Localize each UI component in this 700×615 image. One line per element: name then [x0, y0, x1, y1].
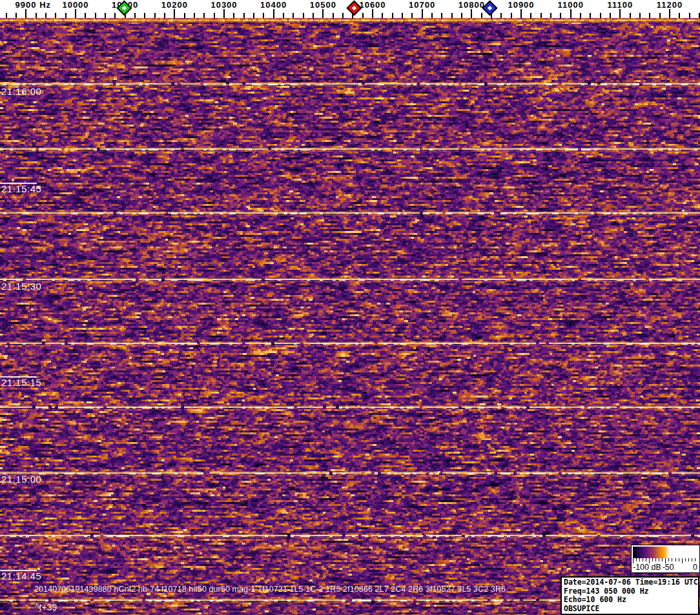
- freq-minor-tick: [184, 13, 185, 18]
- freq-major-tick: [471, 9, 472, 18]
- time-label: 21:16:00: [1, 86, 41, 97]
- freq-minor-tick: [283, 13, 284, 18]
- freq-minor-tick: [243, 13, 245, 18]
- freq-label: 11100: [607, 0, 633, 10]
- freq-minor-tick: [144, 13, 145, 18]
- freq-minor-tick: [154, 13, 156, 18]
- freq-minor-tick: [402, 13, 403, 18]
- freq-major-tick: [174, 9, 175, 18]
- detection-annotation: 20140706191439880 hCnt2 nb-74 f10718 hit…: [34, 585, 506, 594]
- freq-label: 10200: [161, 0, 188, 10]
- freq-minor-tick: [649, 13, 650, 18]
- colorbar-label-max: 0: [693, 563, 697, 572]
- freq-label: 10000: [62, 0, 88, 10]
- freq-minor-tick: [451, 13, 453, 18]
- freq-minor-tick: [362, 13, 364, 18]
- observation-info-box: Date=2014-07-06 Time=19:16 UTC Freq=143 …: [561, 576, 699, 615]
- freq-minor-tick: [500, 13, 502, 18]
- colorbar: -100 dB -50 0: [631, 545, 700, 573]
- freq-minor-tick: [36, 13, 37, 18]
- time-label: 21:15:30: [1, 281, 41, 292]
- freq-minor-tick: [540, 13, 542, 18]
- freq-minor-tick: [382, 13, 383, 18]
- freq-major-tick: [422, 9, 423, 18]
- freq-minor-tick: [659, 13, 661, 18]
- info-station-line: OBSUPICE: [564, 605, 696, 614]
- freq-label: 10900: [508, 0, 534, 10]
- freq-minor-tick: [313, 13, 314, 18]
- freq-label: 10700: [409, 0, 435, 10]
- freq-minor-tick: [114, 13, 116, 18]
- freq-minor-tick: [263, 13, 264, 18]
- colorbar-gradient: [633, 547, 698, 558]
- freq-minor-tick: [65, 13, 67, 18]
- freq-minor-tick: [461, 13, 462, 18]
- spectrogram-waterfall-canvas: [0, 18, 700, 615]
- freq-minor-tick: [105, 13, 106, 18]
- freq-label: 11200: [657, 0, 683, 10]
- frequency-axis: 9900 Hz100001010010200103001040010500106…: [0, 0, 700, 18]
- freq-minor-tick: [95, 13, 96, 18]
- freq-label: 10400: [260, 0, 287, 10]
- freq-minor-tick: [214, 13, 215, 18]
- freq-major-tick: [619, 9, 621, 18]
- freq-minor-tick: [679, 13, 680, 18]
- freq-minor-tick: [550, 13, 551, 18]
- freq-major-tick: [669, 9, 670, 18]
- colorbar-label-min: -100 dB: [633, 563, 661, 572]
- freq-label: 9900 Hz: [15, 0, 51, 10]
- freq-major-tick: [372, 9, 373, 18]
- marker-center-dot: [122, 6, 127, 10]
- freq-minor-tick: [303, 13, 304, 18]
- freq-major-tick: [520, 9, 522, 18]
- freq-minor-tick: [85, 13, 86, 18]
- freq-minor-tick: [639, 13, 641, 18]
- freq-major-tick: [223, 9, 225, 18]
- freq-minor-tick: [481, 13, 482, 18]
- freq-minor-tick: [6, 13, 7, 18]
- info-echo-line: Echo=10 600 Hz: [564, 596, 696, 605]
- freq-minor-tick: [530, 13, 531, 18]
- freq-minor-tick: [164, 13, 165, 18]
- freq-minor-tick: [15, 13, 17, 18]
- time-label: 21:15:15: [1, 377, 41, 388]
- freq-minor-tick: [55, 13, 56, 18]
- time-label: 21:14:45: [1, 570, 41, 581]
- freq-minor-tick: [293, 13, 294, 18]
- freq-minor-tick: [441, 13, 442, 18]
- freq-minor-tick: [689, 13, 690, 18]
- freq-minor-tick: [333, 13, 334, 18]
- freq-minor-tick: [342, 13, 344, 18]
- freq-minor-tick: [580, 13, 581, 18]
- freq-minor-tick: [253, 13, 254, 18]
- colorbar-label-mid: -50: [663, 563, 674, 572]
- freq-minor-tick: [431, 13, 433, 18]
- corner-note: ^t+39: [35, 602, 57, 612]
- freq-minor-tick: [194, 13, 195, 18]
- freq-minor-tick: [511, 13, 512, 18]
- freq-label: 10600: [359, 0, 386, 10]
- spectrogram-window: 21:16:0021:15:4521:15:3021:15:1521:15:00…: [0, 0, 700, 615]
- freq-label: 10500: [310, 0, 336, 10]
- freq-major-tick: [75, 9, 76, 18]
- freq-major-tick: [273, 9, 274, 18]
- marker-center-dot: [352, 6, 356, 10]
- freq-label: 11000: [557, 0, 583, 10]
- freq-minor-tick: [630, 13, 631, 18]
- freq-minor-tick: [610, 13, 611, 18]
- freq-label: 10800: [458, 0, 485, 10]
- freq-minor-tick: [45, 13, 46, 18]
- freq-major-tick: [322, 9, 324, 18]
- freq-minor-tick: [392, 13, 393, 18]
- freq-minor-tick: [560, 13, 561, 18]
- freq-label: 10300: [211, 0, 237, 10]
- freq-minor-tick: [233, 13, 234, 18]
- marker-center-dot: [488, 6, 492, 10]
- info-freq-line: Freq=143 050 000 Hz: [564, 587, 696, 596]
- info-date-line: Date=2014-07-06 Time=19:16 UTC: [564, 578, 696, 587]
- freq-minor-tick: [600, 13, 601, 18]
- freq-minor-tick: [411, 13, 413, 18]
- time-label: 21:15:00: [1, 474, 41, 485]
- freq-minor-tick: [134, 13, 136, 18]
- freq-minor-tick: [203, 13, 205, 18]
